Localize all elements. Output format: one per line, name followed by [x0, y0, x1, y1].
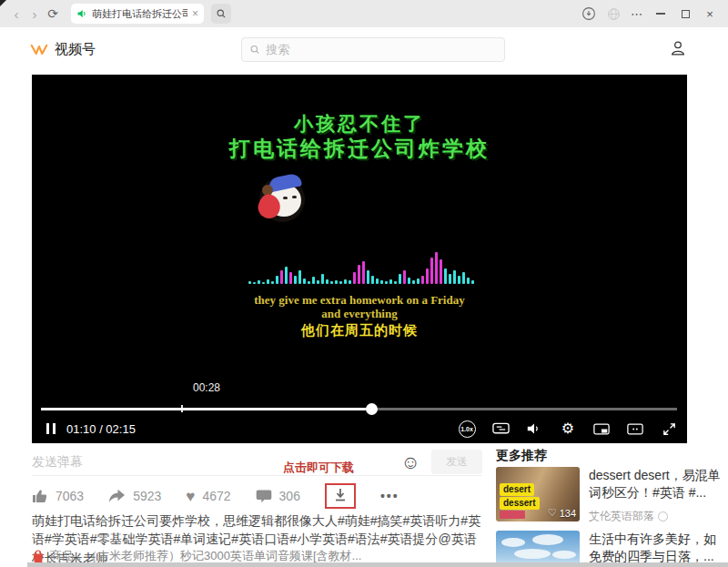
picture-in-picture-button[interactable] — [592, 420, 611, 438]
download-icon — [333, 488, 348, 503]
window-corner-artifact — [0, 0, 6, 6]
heart-outline-icon: ♡ — [548, 507, 557, 519]
tab-close-icon[interactable]: × — [192, 8, 198, 19]
comment-count: 306 — [279, 489, 300, 503]
share-arrow-icon — [108, 489, 126, 503]
progress-handle[interactable] — [366, 403, 378, 415]
share-button[interactable]: 5923 — [108, 489, 161, 503]
speed-label: 1.0x — [459, 420, 476, 438]
browser-menu-icon[interactable]: ⋯ — [631, 7, 643, 21]
comment-bubble-icon — [256, 489, 272, 503]
thumb-small-tag — [500, 511, 525, 519]
channels-logo[interactable]: 视频号 — [30, 41, 96, 58]
video-thumbnail[interactable] — [496, 531, 580, 567]
favorite-button[interactable]: ♥ 4672 — [186, 489, 230, 504]
site-header: 视频号 — [0, 27, 728, 71]
audio-visualizer — [248, 244, 480, 284]
verified-badge-icon — [658, 511, 668, 521]
cloud-shape — [552, 551, 576, 559]
header-search-box[interactable] — [241, 37, 505, 62]
emoji-picker-button[interactable]: ☺ — [401, 452, 420, 471]
channels-logo-icon — [30, 41, 48, 57]
actions-row: 7063 5923 ♥ 4672 306 — [32, 482, 399, 510]
more-actions-button[interactable]: ••• — [380, 489, 399, 503]
back-icon[interactable]: ‹ — [7, 6, 25, 22]
viewport-cutoff-strip — [27, 562, 728, 567]
video-thumbnail[interactable]: desert dessert ♡ 134 — [496, 467, 580, 521]
cloud-shape — [532, 534, 563, 545]
like-button[interactable]: 7063 — [32, 489, 84, 504]
audio-playing-icon — [76, 8, 87, 19]
cloud-shape — [514, 549, 551, 559]
downloads-icon[interactable] — [581, 6, 596, 21]
thumb-like-count: ♡ 134 — [548, 507, 576, 519]
divider — [32, 475, 482, 476]
like-count: 7063 — [56, 489, 84, 503]
maximize-icon[interactable] — [678, 6, 693, 21]
user-account-button[interactable] — [668, 38, 688, 62]
gear-icon: ⚙ — [561, 421, 574, 436]
volume-button[interactable] — [525, 420, 543, 438]
settings-button[interactable]: ⚙ — [559, 420, 577, 438]
globe-icon[interactable] — [606, 6, 621, 21]
progress-bar[interactable] — [41, 408, 677, 410]
shopping-bag-icon — [32, 550, 45, 563]
channel-row[interactable]: 艾伦英语部落 — [589, 509, 723, 524]
download-button[interactable] — [325, 483, 356, 509]
time-display: 01:10 / 02:15 — [66, 422, 136, 436]
player-controls: 01:10 / 02:15 1.0x — [41, 417, 678, 440]
video-player[interactable]: 小孩忍不住了 打电话给拆迁公司炸学校 they give me extra ho… — [32, 75, 687, 443]
subtitle-english-line1: they give me extra homework on a Friday — [32, 293, 687, 308]
send-danmaku-button[interactable]: 发送 — [431, 450, 482, 474]
danmaku-toggle-button[interactable] — [491, 420, 510, 438]
recommended-title[interactable]: 生活中有许多美好，如免费的四季与日落，... — [589, 531, 723, 565]
channel-name: 艾伦英语部落 — [589, 509, 654, 524]
favorite-count: 4672 — [202, 489, 230, 503]
cloud-shape — [501, 538, 525, 547]
video-character-avatar — [259, 177, 305, 222]
playback-speed-button[interactable]: 1.0x — [458, 420, 476, 438]
pause-button[interactable] — [46, 423, 56, 434]
heart-icon: ♥ — [186, 489, 195, 504]
subtitle-english-line2: and everything — [32, 307, 687, 321]
tab-title: 萌娃打电话给拆迁公司要炸学校 — [92, 7, 187, 21]
brand-name: 视频号 — [55, 41, 96, 58]
recommendations-sidebar: 更多推荐 desert dessert ♡ 134 dessert desert… — [496, 448, 723, 464]
video-overlay-title-line2: 打电话给拆迁公司炸学校 — [32, 135, 687, 163]
recommended-video-item[interactable]: 生活中有许多美好，如免费的四季与日落，... — [496, 531, 723, 567]
recommended-title[interactable]: dessert desert，易混单词秒区分！#英语 #... — [589, 467, 723, 501]
browser-window: ‹ › ⟳ 萌娃打电话给拆迁公司要炸学校 × — [0, 0, 728, 567]
tab-search-button[interactable] — [211, 4, 231, 24]
search-input[interactable] — [266, 43, 497, 56]
seek-preview-tick — [181, 405, 183, 412]
person-icon — [668, 38, 688, 58]
subtitle-chinese: 他们在周五的时候 — [32, 322, 687, 339]
thumbs-up-icon — [32, 489, 48, 504]
search-icon — [249, 44, 260, 56]
recommended-video-item[interactable]: desert dessert ♡ 134 dessert desert，易混单词… — [496, 467, 723, 524]
browser-tab[interactable]: 萌娃打电话给拆迁公司要炸学校 × — [71, 4, 204, 24]
thumb-caption-label: dessert — [500, 497, 540, 510]
search-icon — [216, 8, 227, 19]
share-count: 5923 — [133, 489, 161, 503]
mini-player-button[interactable] — [626, 420, 644, 438]
progress-played — [41, 408, 371, 410]
forward-icon[interactable]: › — [25, 6, 44, 22]
window-close-icon[interactable]: × — [703, 6, 717, 21]
download-hint-annotation: 点击即可下载 — [283, 460, 354, 476]
sidebar-title: 更多推荐 — [496, 448, 723, 464]
browser-titlebar: ‹ › ⟳ 萌娃打电话给拆迁公司要炸学校 × — [0, 0, 728, 27]
fullscreen-button[interactable] — [660, 420, 678, 438]
minimize-icon[interactable] — [653, 6, 668, 21]
video-interaction-panel: ☺ 发送 点击即可下载 7063 5923 ♥ 4672 — [32, 448, 482, 567]
refresh-icon[interactable]: ⟳ — [44, 6, 62, 21]
thumb-caption-label: desert — [500, 483, 534, 496]
comment-button[interactable]: 306 — [256, 489, 300, 503]
seek-preview-time: 00:28 — [161, 381, 252, 394]
video-overlay-title-line1: 小孩忍不住了 — [32, 111, 687, 137]
danmaku-row: ☺ 发送 — [32, 448, 482, 475]
